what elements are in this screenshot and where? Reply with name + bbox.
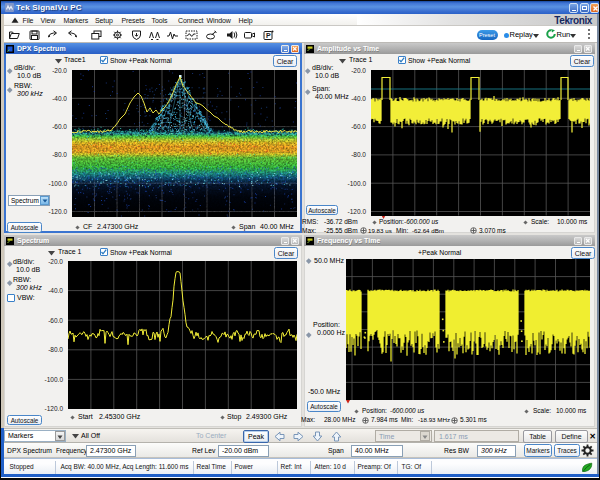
- svg-text:P: P: [266, 32, 271, 39]
